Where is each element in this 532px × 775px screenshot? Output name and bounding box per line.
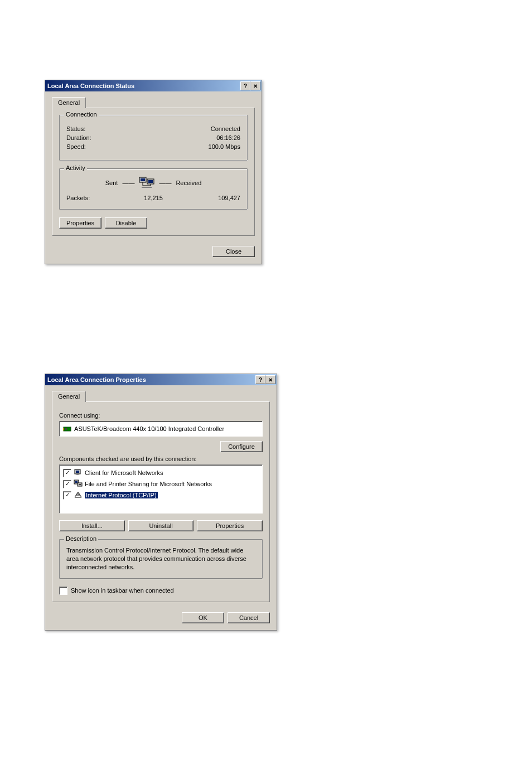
- svg-rect-4: [142, 187, 152, 188]
- svg-rect-1: [141, 178, 145, 181]
- titlebar: Local Area Connection Status ? ✕: [45, 80, 262, 91]
- component-item[interactable]: ✓File and Printer Sharing for Microsoft …: [63, 478, 259, 490]
- svg-rect-7: [65, 428, 67, 430]
- connection-legend: Connection: [64, 111, 99, 118]
- configure-button[interactable]: Configure: [220, 441, 263, 452]
- install-button[interactable]: Install...: [59, 520, 125, 531]
- svg-rect-12: [75, 481, 78, 483]
- received-label: Received: [176, 180, 201, 186]
- close-button[interactable]: ✕: [265, 375, 275, 384]
- properties-button[interactable]: Properties: [197, 520, 263, 531]
- titlebar-text: Local Area Connection Properties: [47, 376, 146, 383]
- component-icon: [74, 468, 83, 477]
- component-icon: [74, 479, 83, 488]
- close-footer-button[interactable]: Close: [212, 246, 255, 257]
- speed-value: 100.0 Mbps: [209, 143, 240, 150]
- svg-rect-14: [79, 484, 81, 485]
- component-checkbox[interactable]: ✓: [63, 491, 71, 500]
- svg-rect-3: [148, 180, 153, 183]
- status-label: Status:: [66, 125, 85, 132]
- dash-right: ——: [159, 180, 171, 186]
- tab-general[interactable]: General: [52, 391, 86, 402]
- packets-sent-value: 12,215: [125, 195, 182, 201]
- speed-label: Speed:: [66, 143, 86, 150]
- svg-rect-5: [64, 427, 71, 431]
- titlebar-buttons: ? ✕: [240, 81, 260, 90]
- show-icon-label: Show icon in taskbar when connected: [71, 587, 174, 594]
- description-legend: Description: [64, 535, 98, 542]
- adapter-name: ASUSTeK/Broadcom 440x 10/100 Integrated …: [74, 425, 224, 432]
- description-text: Transmission Control Protocol/Internet P…: [66, 546, 255, 571]
- adapter-display: ASUSTeK/Broadcom 440x 10/100 Integrated …: [59, 421, 263, 437]
- status-value: Connected: [211, 125, 240, 132]
- help-button[interactable]: ?: [255, 375, 265, 384]
- component-item[interactable]: ✓Internet Protocol (TCP/IP): [63, 490, 259, 501]
- ok-button[interactable]: OK: [182, 612, 224, 623]
- connection-properties-dialog: Local Area Connection Properties ? ✕ Gen…: [45, 374, 277, 631]
- network-activity-icon: [139, 177, 154, 189]
- sent-label: Sent: [105, 180, 118, 186]
- component-checkbox[interactable]: ✓: [63, 469, 71, 477]
- duration-value: 06:16:26: [216, 134, 240, 141]
- packets-received-value: 109,427: [183, 195, 240, 201]
- connect-using-label: Connect using:: [59, 412, 263, 419]
- titlebar: Local Area Connection Properties ? ✕: [45, 374, 277, 385]
- titlebar-text: Local Area Connection Status: [47, 83, 134, 89]
- connection-group: Connection Status: Connected Duration: 0…: [59, 115, 248, 161]
- uninstall-button[interactable]: Uninstall: [128, 520, 194, 531]
- activity-group: Activity Sent —— ——: [59, 168, 248, 210]
- component-icon: [74, 491, 83, 500]
- duration-label: Duration:: [66, 134, 91, 141]
- nic-card-icon: [63, 425, 71, 432]
- tab-general[interactable]: General: [52, 97, 86, 108]
- components-listbox[interactable]: ✓Client for Microsoft Networks✓File and …: [59, 464, 263, 514]
- cancel-button[interactable]: Cancel: [228, 612, 270, 623]
- component-label: Internet Protocol (TCP/IP): [85, 492, 158, 498]
- svg-rect-6: [63, 428, 64, 430]
- connection-status-dialog: Local Area Connection Status ? ✕ General…: [45, 80, 262, 264]
- component-item[interactable]: ✓Client for Microsoft Networks: [63, 467, 259, 478]
- svg-rect-10: [76, 474, 79, 475]
- component-checkbox[interactable]: ✓: [63, 480, 71, 488]
- properties-button[interactable]: Properties: [59, 217, 101, 229]
- show-icon-checkbox[interactable]: ✓: [59, 587, 67, 595]
- titlebar-buttons: ? ✕: [255, 375, 275, 384]
- components-label: Components checked are used by this conn…: [59, 456, 263, 462]
- activity-legend: Activity: [64, 164, 87, 171]
- close-button[interactable]: ✕: [250, 81, 260, 90]
- svg-rect-9: [76, 471, 79, 473]
- help-button[interactable]: ?: [240, 81, 250, 90]
- description-group: Description Transmission Control Protoco…: [59, 539, 263, 579]
- svg-point-16: [78, 493, 79, 495]
- packets-label: Packets:: [66, 195, 124, 201]
- disable-button[interactable]: Disable: [105, 217, 147, 229]
- dash-left: ——: [122, 180, 134, 186]
- component-label: Client for Microsoft Networks: [85, 469, 163, 476]
- component-label: File and Printer Sharing for Microsoft N…: [85, 481, 212, 487]
